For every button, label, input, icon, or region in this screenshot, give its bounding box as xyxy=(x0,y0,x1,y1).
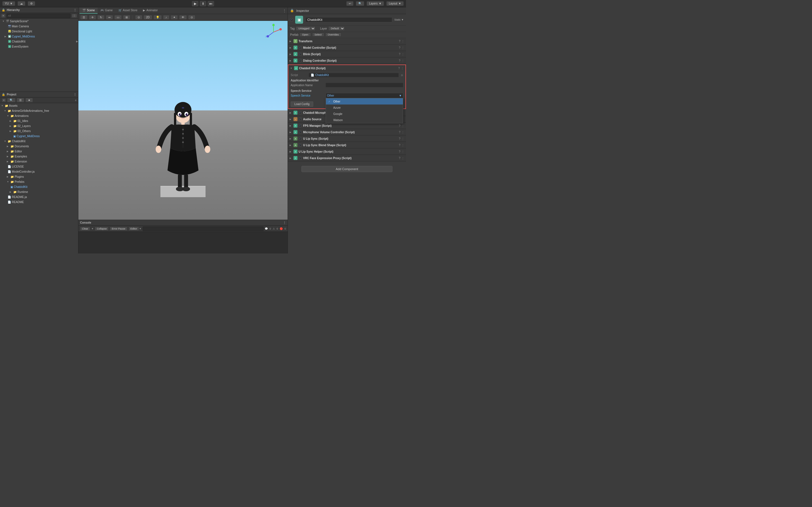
console-menu-icon[interactable]: ⋮ xyxy=(283,221,286,224)
mic-checkbox[interactable]: ✓ xyxy=(299,111,301,114)
layout-dropdown[interactable]: Layout ▼ xyxy=(386,1,404,6)
speech-service-dropdown[interactable]: Other ▼ xyxy=(326,93,403,98)
ulsh-menu-btn[interactable]: ⋮ xyxy=(402,150,404,153)
tab-scene[interactable]: 🎬 Scene xyxy=(80,8,98,14)
fps-checkbox[interactable]: ✓ xyxy=(299,124,301,127)
tab-asset-store[interactable]: 🛒 Asset Store xyxy=(116,8,140,14)
file-modelcontroller[interactable]: 📄 ModelController.ja xyxy=(0,169,78,174)
tab-animator[interactable]: ▶ Animator xyxy=(140,8,160,14)
dialog-header[interactable]: ▶ # ✓ Dialog Controller (Script) ? ⋮ xyxy=(288,57,406,64)
inspector-lock-icon[interactable]: 🔒 xyxy=(290,9,294,12)
chatdoll-kit-help-btn[interactable]: ? xyxy=(398,67,400,70)
editor-dropdown-icon[interactable]: ▼ xyxy=(139,227,142,230)
ulipsync-header[interactable]: ▶ A ✓ U Lip Sync (Script) ? ⋮ xyxy=(288,135,406,142)
cloud-btn[interactable]: ☁ xyxy=(17,1,26,6)
uls-help-btn[interactable]: ? xyxy=(399,137,400,140)
file-readme-ja[interactable]: 📄 README.ja xyxy=(0,194,78,200)
blink-menu-btn[interactable]: ⋮ xyxy=(402,53,404,56)
hierarchy-eventsystem[interactable]: # EventSystem xyxy=(0,44,78,49)
load-config-button[interactable]: Load Config xyxy=(291,101,313,107)
dialog-menu-btn[interactable]: ⋮ xyxy=(402,59,404,62)
folder-editor[interactable]: ▶ 📁 Editor xyxy=(0,149,78,154)
ulshelper-header[interactable]: ▶ # U Lip Sync Helper (Script) ? ⋮ xyxy=(288,149,406,155)
folder-chatdollkit[interactable]: ▼ 📁 ChatdollKit xyxy=(0,138,78,144)
scale-tool[interactable]: ⇔ xyxy=(106,15,113,20)
error-pause-button[interactable]: Error Pause xyxy=(110,227,127,231)
mc-menu-btn[interactable]: ⋮ xyxy=(402,46,404,49)
mic-vol-header[interactable]: ▶ # ✓ Microphone Volume Controller (Scri… xyxy=(288,129,406,135)
project-search-btn[interactable]: 🔍 xyxy=(7,98,15,103)
ulipsync-bs-header[interactable]: ▶ A ✓ U Lip Sync Blend Shape (Script) ? … xyxy=(288,142,406,148)
project-menu-icon[interactable]: ⋮ xyxy=(73,93,77,96)
vrcf-help-btn[interactable]: ? xyxy=(399,157,400,160)
folder-plugins[interactable]: ▶ 📁 Plugins xyxy=(0,174,78,179)
effects-toggle[interactable]: ✦ xyxy=(170,15,178,20)
gameobj-name-input[interactable] xyxy=(305,17,392,22)
file-license[interactable]: 📄 LICENSE xyxy=(0,164,78,169)
hierarchy-dir-light[interactable]: 💡 Directional Light xyxy=(0,29,78,34)
file-readme[interactable]: 📄 README xyxy=(0,200,78,205)
prefab-chatdollkit[interactable]: ▣ ChatdollKit xyxy=(0,184,78,189)
static-dropdown-icon[interactable]: ▼ xyxy=(401,18,404,21)
history-btn[interactable]: ↩ xyxy=(346,1,354,6)
hidden-toggle[interactable]: 👁 xyxy=(179,15,187,20)
editor-button[interactable]: Editor xyxy=(129,227,139,231)
dropdown-item-google[interactable]: Google xyxy=(326,111,403,117)
rect-tool[interactable]: ▭ xyxy=(114,15,122,20)
mc-checkbox[interactable]: ✓ xyxy=(299,46,301,49)
model-controller-header[interactable]: ▶ # ✓ Model Controller (Script) ? ⋮ xyxy=(288,45,406,51)
rotate-tool[interactable]: ↻ xyxy=(97,15,105,20)
file-cygnet-midid[interactable]: ▣ Cygnet_MidiDress xyxy=(0,133,78,138)
overrides-btn[interactable]: Overrides xyxy=(325,33,342,37)
mic-vol-menu-btn[interactable]: ⋮ xyxy=(402,131,404,134)
view-options-icon[interactable]: ⋮ xyxy=(283,8,287,13)
folder-assets[interactable]: ▼ 📁 Assets xyxy=(0,103,78,108)
2d-toggle[interactable]: 2D xyxy=(144,15,152,20)
dialog-help-btn[interactable]: ? xyxy=(399,59,400,62)
ulsbs-checkbox[interactable]: ✓ xyxy=(299,144,301,147)
transform-header[interactable]: ▶ T Transform ? ⋮ xyxy=(288,38,406,44)
hierarchy-cygnet[interactable]: ▶ ▣ Cygnet_MidiDress xyxy=(0,34,78,39)
vrcf-checkbox[interactable]: ✓ xyxy=(299,157,301,159)
hand-tool[interactable]: ☰ xyxy=(80,15,88,20)
folder-animations[interactable]: ▼ 📁 Animations xyxy=(0,113,78,118)
hierarchy-scene-item[interactable]: ▼ 🎬 SampleScene* xyxy=(0,18,78,24)
ulsh-help-btn[interactable]: ? xyxy=(399,150,400,153)
project-filter-btn[interactable]: ☰ xyxy=(17,98,24,103)
fps-header[interactable]: ▶ # ✓ FPS Manager (Script) ? ⋮ xyxy=(288,122,406,129)
hierarchy-chatdollkit[interactable]: # ChatdollKit ▶ xyxy=(0,39,78,44)
blink-checkbox[interactable]: ✓ xyxy=(299,53,301,55)
chatdoll-kit-menu-btn[interactable]: ⋮ xyxy=(401,67,404,70)
step-button[interactable]: ⏭ xyxy=(208,1,214,6)
folder-03others[interactable]: ▶ 📁 03_Others xyxy=(0,128,78,133)
settings-btn[interactable]: ⚙ xyxy=(28,1,35,6)
dropdown-item-azure[interactable]: Azure xyxy=(326,105,403,111)
audio-checkbox[interactable]: ✓ xyxy=(299,118,301,121)
transform-help-btn[interactable]: ? xyxy=(399,40,400,43)
app-name-input[interactable] xyxy=(326,83,403,87)
layers-dropdown[interactable]: Layers ▼ xyxy=(366,1,384,6)
hierarchy-menu-icon[interactable]: ⋮ xyxy=(73,8,77,11)
tab-game[interactable]: 🎮 Game xyxy=(98,8,115,14)
vrcface-header[interactable]: ▶ # ✓ VRC Face Expression Proxy (Script)… xyxy=(288,155,406,161)
mc-help-btn[interactable]: ? xyxy=(399,46,400,49)
folder-examples[interactable]: ▶ 📁 Examples xyxy=(0,154,78,159)
play-button[interactable]: ▶ xyxy=(192,1,198,6)
project-add-btn[interactable]: + xyxy=(2,98,6,102)
folder-documents[interactable]: ▶ 📁 Documents xyxy=(0,144,78,149)
folder-01idles[interactable]: ▶ 📁 01_Idles xyxy=(0,118,78,123)
mic-vol-checkbox[interactable]: ✓ xyxy=(299,131,301,133)
blink-help-btn[interactable]: ? xyxy=(399,53,400,56)
folder-02layers[interactable]: ▶ 📁 02_Layers xyxy=(0,123,78,128)
dropdown-item-watson[interactable]: Watson xyxy=(326,117,403,123)
pause-button[interactable]: ⏸ xyxy=(200,1,206,6)
select-prefab-btn[interactable]: Select xyxy=(312,33,324,37)
dropdown-item-other[interactable]: ✓ Other xyxy=(326,98,403,105)
chatdoll-kit-header[interactable]: ▼ # Chatdoll Kit (Script) ? ⋮ xyxy=(289,65,405,71)
vrcf-menu-btn[interactable]: ⋮ xyxy=(402,157,404,160)
ulsbs-menu-btn[interactable]: ⋮ xyxy=(402,144,404,147)
blink-header[interactable]: ▶ # ✓ Blink (Script) ? ⋮ xyxy=(288,51,406,57)
folder-extension[interactable]: ▶ 📁 Extension xyxy=(0,159,78,164)
dialog-checkbox[interactable]: ✓ xyxy=(299,59,301,62)
folder-runtime[interactable]: ▶ 📁 Runtime xyxy=(0,189,78,194)
